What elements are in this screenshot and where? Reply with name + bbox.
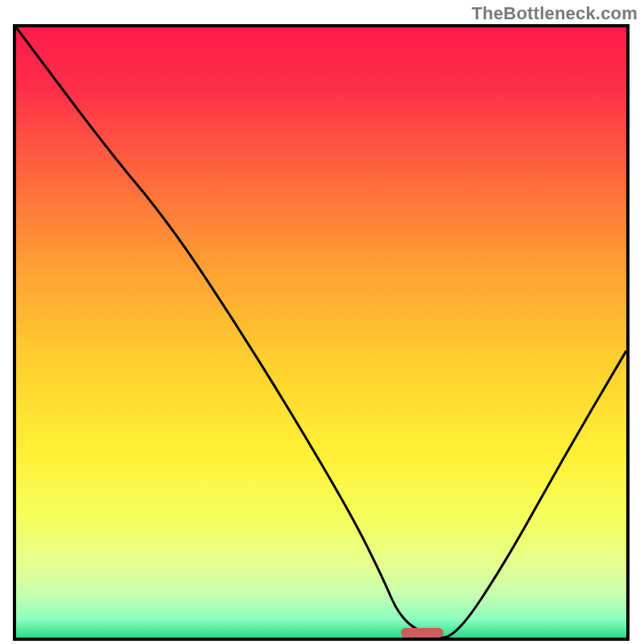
plot-area [13, 24, 630, 641]
target-marker [401, 628, 444, 638]
bottleneck-curve [16, 27, 626, 638]
watermark-text: TheBottleneck.com [472, 3, 638, 24]
chart-frame: TheBottleneck.com [0, 0, 644, 644]
